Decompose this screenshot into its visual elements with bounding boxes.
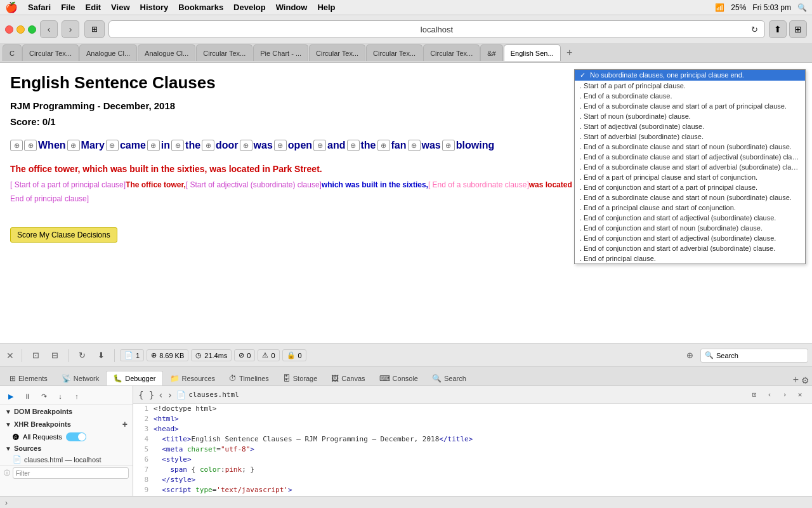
code-close-btn[interactable]: ✕: [793, 389, 807, 401]
xhr-breakpoints-section[interactable]: ▼ XHR Breakpoints +: [0, 417, 133, 431]
devtools-add-tab-button[interactable]: +: [793, 374, 799, 385]
devtools-dock-btn[interactable]: ⊡: [27, 348, 44, 363]
clause-selector-fan[interactable]: ⊕: [377, 140, 390, 151]
dropdown-item-12[interactable]: . End of a subordinate clause and start …: [575, 192, 805, 203]
clause-selector-and[interactable]: ⊕: [313, 140, 326, 151]
tab-network[interactable]: 📡 Network: [55, 371, 106, 385]
dropdown-item-10[interactable]: . End of a part of principal clause and …: [575, 172, 805, 182]
tab-4[interactable]: Circular Tex...: [196, 44, 252, 61]
close-button[interactable]: [5, 25, 13, 34]
code-back-btn[interactable]: ‹: [158, 390, 163, 400]
maximize-button[interactable]: [28, 25, 36, 34]
clause-selector-was[interactable]: ⊕: [240, 140, 252, 151]
devtools-split-btn[interactable]: ⊟: [46, 348, 63, 363]
menu-bookmarks[interactable]: Bookmarks: [178, 3, 223, 12]
clause-selector-when[interactable]: ⊕: [24, 140, 37, 151]
clause-selector-0[interactable]: ⊕: [10, 140, 23, 151]
all-requests-toggle[interactable]: [66, 432, 86, 441]
dom-breakpoints-section[interactable]: ▼ DOM Breakpoints: [0, 406, 133, 417]
tab-timelines[interactable]: ⏱ Timelines: [222, 371, 276, 385]
tab-6[interactable]: Circular Tex...: [309, 44, 365, 61]
tab-debugger[interactable]: 🐛 Debugger: [106, 371, 162, 385]
reload-button[interactable]: ↻: [748, 23, 761, 36]
forward-button[interactable]: ›: [62, 20, 79, 38]
code-format-btn[interactable]: { }: [138, 390, 154, 400]
filter-input[interactable]: [13, 467, 129, 479]
dropdown-item-18[interactable]: . End of principal clause.: [575, 253, 805, 264]
devtools-settings-button[interactable]: ⚙: [801, 375, 809, 385]
menu-edit[interactable]: Edit: [86, 3, 102, 12]
devtools-download-btn[interactable]: ⬇: [93, 348, 109, 363]
code-prev-btn[interactable]: ‹: [763, 389, 776, 401]
sidebar-button[interactable]: ⊞: [84, 20, 105, 38]
clause-selector-the2[interactable]: ⊕: [347, 140, 360, 151]
devtools-close-button[interactable]: ✕: [4, 349, 16, 362]
dropdown-item-0[interactable]: ✓ No subordinate clauses, one principal …: [575, 70, 805, 81]
clause-selector-was2[interactable]: ⊕: [408, 140, 421, 151]
debug-resume-btn[interactable]: ▶: [4, 390, 18, 403]
debug-step-in-btn[interactable]: ↓: [53, 390, 67, 403]
devtools-reload-btn[interactable]: ↻: [74, 348, 90, 363]
clause-selector-mary[interactable]: ⊕: [67, 140, 80, 151]
dropdown-item-5[interactable]: . Start of adjectival (subordinate) clau…: [575, 121, 805, 131]
dropdown-item-16[interactable]: . End of conjunction and start of adject…: [575, 233, 805, 243]
menu-search-icon[interactable]: 🔍: [797, 3, 807, 12]
debug-pause-btn[interactable]: ⏸: [20, 390, 34, 403]
menu-history[interactable]: History: [140, 3, 169, 12]
tab-2[interactable]: Analogue Cl...: [79, 44, 137, 61]
code-split-btn[interactable]: ⊡: [747, 389, 761, 401]
clauses-source-item[interactable]: 📄 clauses.html — localhost: [0, 454, 133, 465]
clause-selector-blowing[interactable]: ⊕: [442, 140, 455, 151]
tab-5[interactable]: Pie Chart - ...: [253, 44, 308, 61]
score-button[interactable]: Score My Clause Decisions: [10, 227, 117, 243]
tab-canvas[interactable]: 🖼 Canvas: [324, 371, 372, 385]
address-bar[interactable]: localhost ↻: [108, 20, 765, 38]
status-arrow[interactable]: ›: [5, 498, 8, 507]
tab-resources[interactable]: 📁 Resources: [163, 371, 223, 385]
dropdown-item-3[interactable]: . End of a subordinate clause and start …: [575, 101, 805, 111]
new-tab-plus-button[interactable]: +: [563, 46, 577, 60]
dropdown-item-14[interactable]: . End of conjunction and start of adject…: [575, 213, 805, 223]
dropdown-item-11[interactable]: . End of conjunction and start of a part…: [575, 182, 805, 192]
share-button[interactable]: ⬆: [769, 20, 787, 38]
tab-storage[interactable]: 🗄 Storage: [276, 371, 325, 385]
menu-develop[interactable]: Develop: [233, 3, 266, 12]
dropdown-item-7[interactable]: . End of a subordinate clause and start …: [575, 142, 805, 152]
menu-file[interactable]: File: [61, 3, 75, 12]
dropdown-item-13[interactable]: . End of a principal clause and start of…: [575, 203, 805, 213]
tab-9[interactable]: &#: [480, 44, 502, 61]
devtools-search-bar[interactable]: 🔍 Search: [700, 349, 808, 363]
tab-search[interactable]: 🔍 Search: [425, 371, 473, 385]
tab-elements[interactable]: ⊞ Elements: [3, 371, 55, 385]
tab-0[interactable]: C: [3, 44, 22, 61]
clause-selector-open[interactable]: ⊕: [274, 140, 287, 151]
menu-window[interactable]: Window: [276, 3, 308, 12]
clause-selector-came[interactable]: ⊕: [106, 140, 119, 151]
tab-7[interactable]: Circular Tex...: [366, 44, 422, 61]
menu-help[interactable]: Help: [317, 3, 335, 12]
tab-8[interactable]: Circular Tex...: [423, 44, 480, 61]
code-forward-btn[interactable]: ›: [167, 390, 173, 400]
app-menu-safari[interactable]: Safari: [28, 3, 51, 12]
xhr-add-button[interactable]: +: [122, 419, 128, 429]
dropdown-item-8[interactable]: . End of a subordinate clause and start …: [575, 152, 805, 162]
new-tab-button[interactable]: ⊞: [789, 20, 807, 38]
debug-step-out-btn[interactable]: ↑: [70, 390, 84, 403]
clause-selector-door[interactable]: ⊕: [202, 140, 214, 151]
tab-10[interactable]: English Sen...: [504, 44, 561, 61]
devtools-crosshair-btn[interactable]: ⊕: [681, 348, 698, 363]
dropdown-item-17[interactable]: . End of conjunction and start of adverb…: [575, 243, 805, 253]
tab-3[interactable]: Analogue Cl...: [138, 44, 195, 61]
dropdown-item-4[interactable]: . Start of noun (subordinate) clause.: [575, 111, 805, 121]
dropdown-item-2[interactable]: . End of a subordinate clause.: [575, 91, 805, 101]
menu-view[interactable]: View: [111, 3, 129, 12]
tab-console[interactable]: ⌨ Console: [372, 371, 425, 385]
debug-step-over-btn[interactable]: ↷: [37, 390, 51, 403]
dropdown-item-9[interactable]: . End of a subordinate clause and start …: [575, 162, 805, 172]
clause-selector-in[interactable]: ⊕: [147, 140, 160, 151]
tab-1[interactable]: Circular Tex...: [22, 44, 79, 61]
dropdown-item-15[interactable]: . End of conjunction and start of noun (…: [575, 223, 805, 233]
code-next-btn[interactable]: ›: [778, 389, 792, 401]
sources-section[interactable]: ▼ Sources: [0, 443, 133, 454]
apple-menu[interactable]: 🍎: [5, 1, 18, 13]
